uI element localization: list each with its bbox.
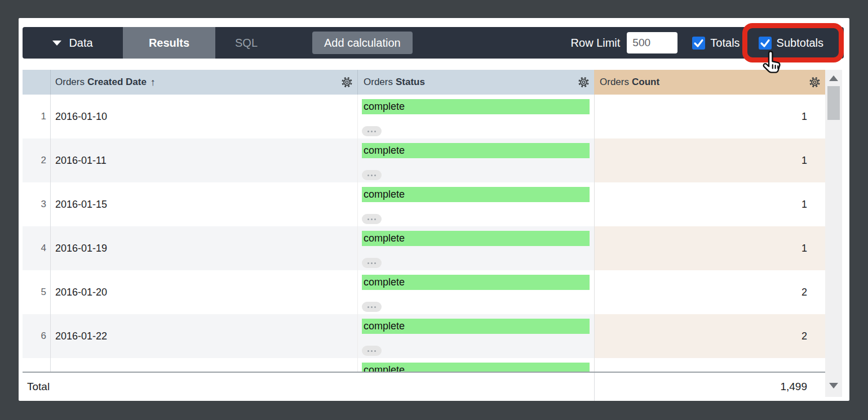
cell-status: complete bbox=[358, 182, 594, 226]
totals-checkbox[interactable] bbox=[692, 37, 705, 50]
total-label: Total bbox=[23, 373, 594, 401]
table-row: 6 2016-01-22 complete 2 bbox=[23, 314, 825, 358]
tab-sql-label: SQL bbox=[235, 37, 258, 50]
cell-created-date: 2016-01-19 bbox=[51, 226, 358, 270]
cell-status: complete bbox=[358, 226, 594, 270]
cell-count: 1 bbox=[594, 95, 825, 138]
status-value-highlight: complete bbox=[362, 187, 590, 202]
add-calculation-label: Add calculation bbox=[324, 37, 401, 50]
cell-count: 1 bbox=[594, 182, 825, 226]
table-row: 3 2016-01-15 complete 1 bbox=[23, 182, 825, 226]
status-value-highlight: complete bbox=[362, 275, 590, 290]
sort-ascending-icon: ↑ bbox=[150, 77, 156, 88]
tab-results[interactable]: Results bbox=[123, 27, 215, 59]
column-group-label: Orders bbox=[600, 77, 629, 88]
row-number: 6 bbox=[23, 314, 51, 358]
toolbar: Data Results SQL Add calculation Row Lim… bbox=[23, 27, 844, 59]
row-number-header bbox=[23, 70, 51, 95]
scrollbar-thumb[interactable] bbox=[827, 86, 840, 120]
row-number bbox=[23, 358, 51, 372]
column-header-status[interactable]: Orders Status bbox=[358, 70, 594, 95]
cell-created-date: 2016-01-22 bbox=[51, 314, 358, 358]
gear-icon[interactable] bbox=[340, 76, 353, 89]
totals-row: Total 1,499 bbox=[23, 372, 825, 401]
subtotals-checkbox[interactable] bbox=[759, 37, 772, 50]
status-value-highlight: complete bbox=[362, 363, 590, 372]
tab-data-label: Data bbox=[69, 37, 92, 50]
status-value-highlight: complete bbox=[362, 319, 590, 334]
totals-checkbox-group: Totals bbox=[692, 37, 739, 50]
ellipsis-pill[interactable] bbox=[362, 214, 382, 224]
cell-count: 1 bbox=[594, 226, 825, 270]
ellipsis-pill[interactable] bbox=[362, 126, 382, 136]
subtotals-checkbox-group: Subtotals bbox=[759, 37, 823, 50]
total-count-value: 1,499 bbox=[594, 373, 825, 401]
scroll-down-icon[interactable] bbox=[829, 383, 838, 388]
row-limit-label: Row Limit bbox=[571, 37, 621, 50]
explorer-panel: Data Results SQL Add calculation Row Lim… bbox=[19, 18, 849, 401]
totals-label: Totals bbox=[710, 37, 739, 50]
gear-icon[interactable] bbox=[577, 76, 590, 89]
results-table: Orders Created Date ↑ Orders Status bbox=[23, 70, 825, 372]
cell-status: complete bbox=[358, 138, 594, 182]
table-row: 4 2016-01-19 complete 1 bbox=[23, 226, 825, 270]
row-number: 2 bbox=[23, 138, 51, 182]
checkmark-icon bbox=[759, 37, 772, 50]
cell-created-date bbox=[51, 358, 358, 372]
table-header: Orders Created Date ↑ Orders Status bbox=[23, 70, 825, 95]
gear-icon[interactable] bbox=[808, 76, 821, 89]
chevron-down-icon bbox=[52, 41, 61, 46]
cell-created-date: 2016-01-15 bbox=[51, 182, 358, 226]
column-field-label: Count bbox=[632, 77, 659, 88]
status-value-highlight: complete bbox=[362, 143, 590, 158]
row-number: 4 bbox=[23, 226, 51, 270]
cell-count bbox=[594, 358, 825, 372]
cell-count: 2 bbox=[594, 270, 825, 314]
ellipsis-pill[interactable] bbox=[362, 170, 382, 180]
table-row: complete bbox=[23, 358, 825, 372]
cell-count: 1 bbox=[594, 138, 825, 182]
table-row: 1 2016-01-10 complete 1 bbox=[23, 95, 825, 138]
scroll-up-icon[interactable] bbox=[829, 75, 838, 81]
cell-status: complete bbox=[358, 314, 594, 358]
row-number: 5 bbox=[23, 270, 51, 314]
column-group-label: Orders bbox=[364, 77, 393, 88]
status-value-highlight: complete bbox=[362, 99, 590, 114]
column-field-label: Created Date bbox=[87, 77, 147, 88]
table-row: 5 2016-01-20 complete 2 bbox=[23, 270, 825, 314]
cell-status: complete bbox=[358, 270, 594, 314]
column-group-label: Orders bbox=[55, 77, 85, 88]
cell-created-date: 2016-01-10 bbox=[51, 95, 358, 138]
column-header-created-date[interactable]: Orders Created Date ↑ bbox=[51, 70, 358, 95]
tab-sql[interactable]: SQL bbox=[215, 27, 277, 59]
tab-results-label: Results bbox=[149, 37, 189, 50]
add-calculation-button[interactable]: Add calculation bbox=[312, 32, 413, 54]
ellipsis-pill[interactable] bbox=[362, 258, 382, 268]
ellipsis-pill[interactable] bbox=[362, 346, 382, 356]
cell-status: complete bbox=[358, 95, 594, 138]
tab-data[interactable]: Data bbox=[23, 27, 123, 59]
column-header-count[interactable]: Orders Count bbox=[594, 70, 825, 95]
row-number: 1 bbox=[23, 95, 51, 138]
table-body: 1 2016-01-10 complete 1 2 2016-01-11 com… bbox=[23, 95, 825, 372]
subtotals-label: Subtotals bbox=[777, 37, 823, 50]
row-number: 3 bbox=[23, 182, 51, 226]
ellipsis-pill[interactable] bbox=[362, 302, 382, 312]
vertical-scrollbar[interactable] bbox=[825, 70, 842, 397]
cell-count: 2 bbox=[594, 314, 825, 358]
status-value-highlight: complete bbox=[362, 231, 590, 246]
checkmark-icon bbox=[692, 37, 705, 50]
table-row: 2 2016-01-11 complete 1 bbox=[23, 138, 825, 182]
column-field-label: Status bbox=[396, 77, 425, 88]
row-limit-input[interactable] bbox=[627, 32, 677, 53]
cell-status: complete bbox=[358, 358, 594, 372]
cell-created-date: 2016-01-20 bbox=[51, 270, 358, 314]
cell-created-date: 2016-01-11 bbox=[51, 138, 358, 182]
